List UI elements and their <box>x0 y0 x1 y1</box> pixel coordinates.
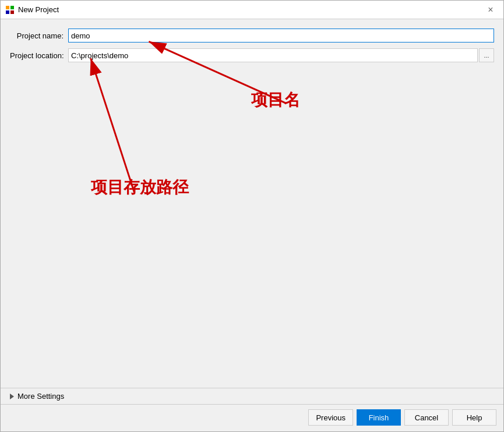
arrows-svg <box>1 19 503 388</box>
project-name-label: Project name: <box>10 31 68 40</box>
project-location-row: Project location: ... <box>10 48 494 62</box>
button-bar: Previous Finish Cancel Help <box>1 404 503 431</box>
svg-rect-3 <box>10 10 14 14</box>
svg-rect-0 <box>6 6 9 9</box>
browse-button[interactable]: ... <box>479 48 494 62</box>
annotation-area: 项目名 项目存放路径 <box>1 19 503 388</box>
project-location-label: Project location: <box>10 51 68 60</box>
svg-rect-2 <box>6 10 9 14</box>
dialog-window: New Project × Project name: Project loca… <box>0 0 504 432</box>
more-settings-label: More Settings <box>17 392 64 401</box>
annotation-project-name: 项目名 <box>251 89 300 111</box>
more-settings-section: More Settings <box>1 388 503 404</box>
cancel-button[interactable]: Cancel <box>404 409 449 426</box>
close-button[interactable]: × <box>482 2 499 18</box>
dialog-title: New Project <box>18 5 482 14</box>
project-name-input[interactable] <box>68 29 494 43</box>
more-settings-toggle[interactable]: More Settings <box>1 388 503 404</box>
previous-button[interactable]: Previous <box>308 409 353 426</box>
finish-button[interactable]: Finish <box>357 409 401 426</box>
more-settings-triangle-icon <box>10 394 14 399</box>
svg-rect-1 <box>10 6 14 9</box>
app-icon <box>5 5 15 15</box>
project-name-row: Project name: <box>10 29 494 43</box>
project-location-input[interactable] <box>68 48 478 62</box>
help-button[interactable]: Help <box>452 409 496 426</box>
dialog-content: Project name: Project location: ... <box>1 19 503 388</box>
svg-line-6 <box>91 58 135 192</box>
annotation-project-location: 项目存放路径 <box>91 176 189 199</box>
title-bar: New Project × <box>1 1 503 19</box>
